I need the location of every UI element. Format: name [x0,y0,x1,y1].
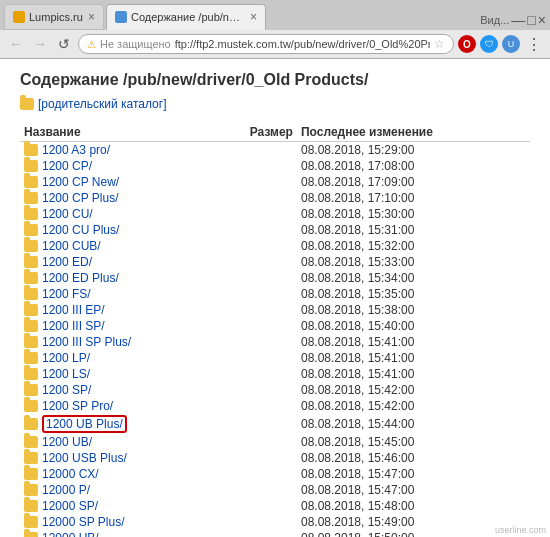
tab-favicon-lumpics [13,11,25,23]
file-name-cell: 1200 III SP Plus/ [20,334,212,350]
file-date-cell: 08.08.2018, 15:47:00 [297,466,530,482]
file-size-cell [212,318,297,334]
file-link[interactable]: 1200 CP New/ [42,175,119,189]
file-link[interactable]: 1200 CUB/ [42,239,101,253]
file-link[interactable]: 1200 CP/ [42,159,92,173]
file-link[interactable]: 1200 SP Pro/ [42,399,113,413]
file-size-cell [212,190,297,206]
file-link[interactable]: 1200 UB Plus/ [46,417,123,431]
file-date-cell: 08.08.2018, 15:33:00 [297,254,530,270]
file-date-cell: 08.08.2018, 15:42:00 [297,382,530,398]
table-row: 1200 III SP/08.08.2018, 15:40:00 [20,318,530,334]
file-link[interactable]: 1200 A3 pro/ [42,143,110,157]
file-link[interactable]: 1200 LP/ [42,351,90,365]
file-name-cell: 1200 LP/ [20,350,212,366]
opera-icon[interactable]: O [458,35,476,53]
folder-icon [24,532,38,537]
file-name-cell: 1200 SP/ [20,382,212,398]
file-date-cell: 08.08.2018, 15:45:00 [297,434,530,450]
folder-icon [24,436,38,448]
file-link[interactable]: 1200 ED/ [42,255,92,269]
user-avatar[interactable]: U [502,35,520,53]
file-link[interactable]: 1200 CP Plus/ [42,191,119,205]
folder-icon [24,256,38,268]
bookmark-icon[interactable]: ☆ [434,37,445,51]
content-area: Содержание /pub/new/driver/0_Old Product… [0,59,550,537]
table-row: 1200 ED Plus/08.08.2018, 15:34:00 [20,270,530,286]
file-link[interactable]: 1200 III EP/ [42,303,105,317]
forward-button[interactable]: → [30,34,50,54]
file-name-cell: 12000 P/ [20,482,212,498]
refresh-button[interactable]: ↺ [54,34,74,54]
file-link[interactable]: 12000 SP/ [42,499,98,513]
close-btn[interactable]: × [538,12,546,28]
watermark: userline.com [495,525,546,535]
table-row: 1200 LS/08.08.2018, 15:41:00 [20,366,530,382]
file-link[interactable]: 1200 USB Plus/ [42,451,127,465]
file-link[interactable]: 1200 UB/ [42,435,92,449]
file-size-cell [212,206,297,222]
col-date: Последнее изменение [297,123,530,142]
file-date-cell: 08.08.2018, 15:44:00 [297,414,530,434]
tab-favicon-ftp [115,11,127,23]
file-name-cell: 12000 UB/ [20,530,212,537]
file-size-cell [212,158,297,174]
file-name-cell: 1200 LS/ [20,366,212,382]
file-link[interactable]: 1200 FS/ [42,287,91,301]
table-row: 1200 SP Pro/08.08.2018, 15:42:00 [20,398,530,414]
file-link[interactable]: 1200 CU/ [42,207,93,221]
file-date-cell: 08.08.2018, 15:41:00 [297,366,530,382]
table-row: 1200 SP/08.08.2018, 15:42:00 [20,382,530,398]
address-bar[interactable] [175,38,430,50]
file-name-cell: 1200 USB Plus/ [20,450,212,466]
file-link[interactable]: 12000 CX/ [42,467,99,481]
file-date-cell: 08.08.2018, 15:34:00 [297,270,530,286]
file-link[interactable]: 1200 III SP/ [42,319,105,333]
file-date-cell: 08.08.2018, 15:32:00 [297,238,530,254]
shield-icon[interactable]: 🛡 [480,35,498,53]
folder-icon [24,516,38,528]
file-date-cell: 08.08.2018, 15:29:00 [297,142,530,159]
restore-btn[interactable]: □ [527,12,535,28]
file-link[interactable]: 1200 SP/ [42,383,91,397]
file-link[interactable]: 12000 P/ [42,483,90,497]
table-row: 1200 UB/08.08.2018, 15:45:00 [20,434,530,450]
file-link[interactable]: 1200 LS/ [42,367,90,381]
not-secure-label: Не защищено [100,38,171,50]
tab-ftp[interactable]: Содержание /pub/new/... × [106,4,266,30]
back-button[interactable]: ← [6,34,26,54]
folder-icon [24,192,38,204]
tab-lumpics[interactable]: Lumpics.ru × [4,4,104,30]
file-size-cell [212,514,297,530]
file-size-cell [212,302,297,318]
file-size-cell [212,398,297,414]
folder-icon [24,500,38,512]
folder-icon [24,452,38,464]
table-row: 1200 USB Plus/08.08.2018, 15:46:00 [20,450,530,466]
folder-icon [24,272,38,284]
file-link[interactable]: 12000 SP Plus/ [42,515,125,529]
file-date-cell: 08.08.2018, 15:40:00 [297,318,530,334]
tab-close-ftp[interactable]: × [250,10,257,24]
file-link[interactable]: 1200 CU Plus/ [42,223,119,237]
minimize-btn[interactable]: — [511,12,525,28]
file-date-cell: 08.08.2018, 17:08:00 [297,158,530,174]
file-size-cell [212,382,297,398]
parent-link[interactable]: [родительский каталог] [38,97,166,111]
file-name-cell: 1200 UB Plus/ [20,414,212,434]
table-row: 12000 SP Plus/08.08.2018, 15:49:00 [20,514,530,530]
file-name-cell: 12000 SP Plus/ [20,514,212,530]
file-size-cell [212,530,297,537]
table-row: 1200 LP/08.08.2018, 15:41:00 [20,350,530,366]
file-link[interactable]: 12000 UB/ [42,531,99,537]
folder-icon [24,208,38,220]
menu-button[interactable]: ⋮ [524,35,544,54]
file-size-cell [212,270,297,286]
tab-close-lumpics[interactable]: × [88,10,95,24]
file-link[interactable]: 1200 III SP Plus/ [42,335,131,349]
file-link[interactable]: 1200 ED Plus/ [42,271,119,285]
file-date-cell: 08.08.2018, 15:48:00 [297,498,530,514]
file-name-cell: 1200 CP Plus/ [20,190,212,206]
file-date-cell: 08.08.2018, 15:35:00 [297,286,530,302]
folder-icon [24,468,38,480]
